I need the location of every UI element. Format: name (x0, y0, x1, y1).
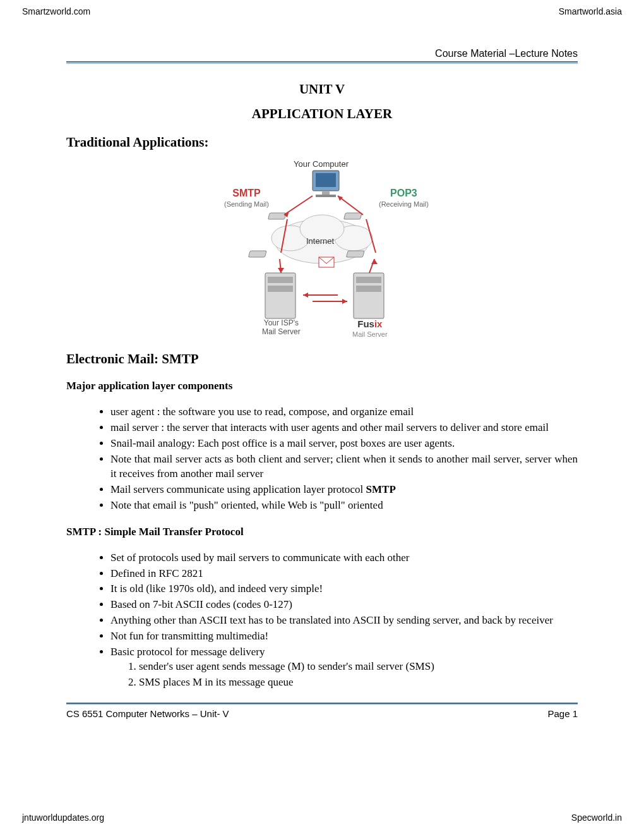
list-item: Anything other than ASCII text has to be… (110, 613, 578, 628)
smtp-bold: SMTP (366, 483, 396, 495)
list-item: Basic protocol for message delivery send… (110, 645, 578, 690)
heading-major-components: Major application layer components (66, 380, 578, 392)
subsection-smtp: Electronic Mail: SMTP (66, 351, 578, 367)
site-left: Smartzworld.com (22, 6, 90, 16)
list-item: Snail-mail analogy: Each post office is … (110, 437, 578, 451)
list-text: Mail servers communicate using applicati… (110, 483, 366, 495)
list-item: Defined in RFC 2821 (110, 567, 578, 581)
list-item: Mail servers communicate using applicati… (110, 483, 578, 497)
list-item: Set of protocols used by mail servers to… (110, 551, 578, 565)
site-right: Smartworld.asia (559, 6, 622, 16)
unit-title: UNIT V (66, 82, 578, 97)
pop3-text: POP3 (390, 188, 417, 198)
label-pop3: POP3 (Receiving Mail) (379, 188, 429, 208)
svg-rect-23 (356, 286, 381, 292)
bottom-right: Specworld.in (571, 813, 622, 823)
top-header: Smartzworld.com Smartworld.asia (0, 0, 644, 16)
svg-marker-31 (342, 299, 347, 304)
header-divider (66, 61, 578, 64)
footer-right: Page 1 (547, 708, 578, 719)
list-item: Note that email is "push" oriented, whil… (110, 499, 578, 513)
list-item: mail server : the server that interacts … (110, 421, 578, 435)
step-item: sender's user agent sends message (M) to… (139, 660, 578, 674)
heading-smtp-protocol: SMTP : Simple Mail Transfer Protocol (66, 526, 578, 538)
footer-left: CS 6551 Computer Networks – Unit- V (66, 708, 229, 719)
svg-rect-10 (248, 251, 266, 257)
step-item: SMS places M in its message queue (139, 675, 578, 690)
smtp-sub: (Sending Mail) (224, 200, 269, 208)
list-item: Not fun for transmitting multimedia! (110, 629, 578, 644)
svg-rect-19 (268, 277, 293, 283)
svg-rect-2 (322, 191, 330, 195)
bottom-left: jntuworldupdates.org (22, 813, 104, 823)
svg-rect-22 (356, 277, 381, 283)
protocol-steps: sender's user agent sends message (M) to… (110, 660, 578, 690)
svg-rect-8 (268, 213, 287, 219)
svg-marker-25 (278, 268, 284, 273)
pop3-sub: (Receiving Mail) (379, 200, 429, 208)
label-fusix: Fusix Mail Server (352, 318, 388, 339)
section-title: Traditional Applications: (66, 135, 578, 150)
course-header: Course Material –Lecture Notes (66, 48, 578, 59)
main-content: Course Material –Lecture Notes UNIT V AP… (0, 16, 644, 719)
chapter-title: APPLICATION LAYER (66, 106, 578, 122)
label-smtp: SMTP (Sending Mail) (224, 188, 269, 208)
svg-rect-11 (346, 251, 364, 257)
bottom-footer: jntuworldupdates.org Specworld.in (0, 813, 644, 823)
smtp-text: SMTP (232, 188, 260, 198)
svg-rect-1 (316, 173, 336, 187)
major-components-list: user agent : the software you use to rea… (66, 405, 578, 513)
svg-line-14 (338, 196, 363, 215)
email-diagram: Your Computer (66, 159, 578, 332)
list-item: Based on 7-bit ASCII codes (codes 0-127) (110, 598, 578, 612)
isp-line2: Mail Server (262, 327, 301, 336)
footer-divider (66, 703, 578, 704)
label-isp: Your ISP's Mail Server (262, 318, 301, 336)
list-item: It is old (like 1970s old), and indeed v… (110, 582, 578, 596)
page-footer: CS 6551 Computer Networks – Unit- V Page… (66, 708, 578, 719)
svg-rect-3 (316, 195, 336, 197)
isp-line1: Your ISP's (264, 318, 299, 327)
label-internet: Internet (306, 236, 334, 246)
svg-rect-20 (268, 286, 293, 292)
fusix-sub: Mail Server (352, 330, 388, 338)
svg-marker-29 (303, 293, 308, 298)
list-item: Note that mail server acts as both clien… (110, 452, 578, 481)
list-item: user agent : the software you use to rea… (110, 405, 578, 420)
svg-marker-27 (371, 259, 378, 264)
svg-rect-9 (344, 213, 362, 219)
smtp-protocol-list: Set of protocols used by mail servers to… (66, 551, 578, 690)
